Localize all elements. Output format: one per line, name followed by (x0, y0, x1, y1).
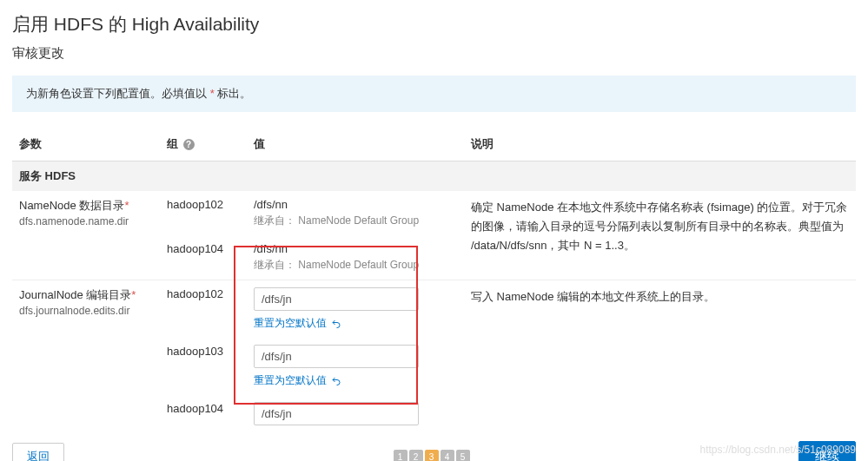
reset-link-1[interactable]: 重置为空默认值 (254, 373, 341, 388)
undo-icon (331, 376, 341, 386)
page-subtitle: 审核更改 (12, 45, 856, 62)
page-4[interactable]: 4 (441, 450, 454, 461)
value-nn-0: /dfs/nn (254, 198, 457, 211)
continue-button[interactable]: 继续 (798, 441, 856, 461)
th-group-label: 组 (167, 137, 178, 150)
input-jn-2[interactable] (254, 402, 419, 425)
th-param: 参数 (12, 128, 160, 161)
table-row: JournalNode 编辑目录* dfs.journalnode.edits.… (12, 280, 856, 339)
desc-nn: 确定 NameNode 在本地文件系统中存储名称表 (fsimage) 的位置。… (471, 198, 849, 255)
service-row: 服务 HDFS (12, 161, 856, 192)
th-value: 值 (247, 128, 464, 161)
group-jn-2: hadoop104 (160, 395, 247, 432)
inherit-nn-0: 继承自： NameNode Default Group (254, 214, 457, 228)
page-2[interactable]: 2 (409, 450, 423, 461)
page-title: 启用 HDFS 的 High Availability (12, 12, 856, 36)
param-label-jn: JournalNode 编辑目录* (19, 287, 153, 303)
pager: 1 2 3 4 5 (394, 450, 470, 461)
table-row: NameNode 数据目录* dfs.namenode.name.dir had… (12, 191, 856, 235)
page-5[interactable]: 5 (456, 450, 470, 461)
value-nn-1: /dfs/nn (254, 242, 457, 255)
config-table: 参数 组 ? 值 说明 服务 HDFS NameNode 数据目录* dfs. (12, 128, 856, 432)
param-key-nn: dfs.namenode.name.dir (19, 215, 153, 227)
group-nn-1: hadoop104 (160, 235, 247, 280)
th-group: 组 ? (160, 128, 247, 161)
service-label: 服务 HDFS (12, 161, 856, 192)
th-desc: 说明 (464, 128, 856, 161)
desc-jn: 写入 NameNode 编辑的本地文件系统上的目录。 (471, 287, 849, 306)
inherit-nn-1: 继承自： NameNode Default Group (254, 258, 457, 273)
reset-link-0[interactable]: 重置为空默认值 (254, 316, 341, 331)
page-3[interactable]: 3 (425, 450, 439, 461)
alert-suffix: 标出。 (215, 87, 252, 100)
footer: 返回 1 2 3 4 5 继续 (0, 432, 868, 461)
param-label-nn: NameNode 数据目录* (19, 198, 153, 214)
alert-prefix: 为新角色设置下列配置值。必填值以 (26, 87, 210, 100)
group-jn-0: hadoop102 (160, 280, 247, 339)
page-1[interactable]: 1 (394, 450, 407, 461)
group-jn-1: hadoop103 (160, 338, 247, 395)
input-jn-0[interactable] (254, 287, 419, 311)
info-alert: 为新角色设置下列配置值。必填值以 * 标出。 (12, 76, 856, 112)
back-button[interactable]: 返回 (12, 443, 64, 461)
param-key-jn: dfs.journalnode.edits.dir (19, 305, 153, 317)
help-icon[interactable]: ? (183, 139, 195, 150)
group-nn-0: hadoop102 (160, 191, 247, 235)
undo-icon (331, 319, 341, 329)
input-jn-1[interactable] (254, 345, 419, 368)
